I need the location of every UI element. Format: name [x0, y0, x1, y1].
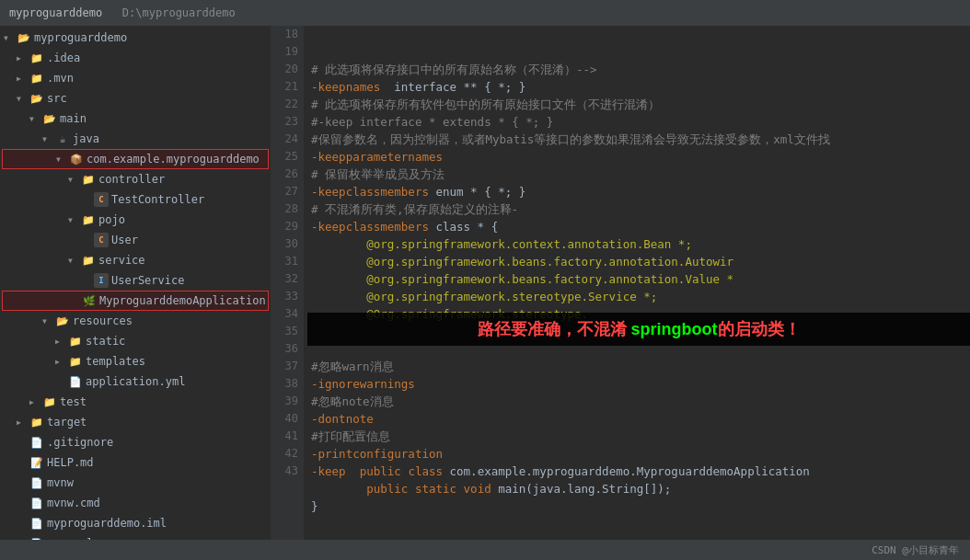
line-number: 20: [271, 61, 298, 78]
code-line: [311, 323, 970, 340]
item-label: TestController: [111, 193, 204, 206]
item-label: .idea: [47, 51, 80, 64]
sidebar-item-templates[interactable]: ▶📁templates: [0, 351, 271, 371]
item-label: java: [73, 132, 99, 145]
sidebar-item-java[interactable]: ▼☕java: [0, 129, 271, 149]
sidebar-item-mvnw[interactable]: 📄mvnw: [0, 473, 271, 493]
folder-open-icon: 📂: [55, 314, 70, 328]
code-line: @org.springframework.context.annotation.…: [311, 235, 970, 253]
arrow-icon: ▼: [4, 34, 15, 42]
sidebar-item-HELP-md[interactable]: 📝HELP.md: [0, 452, 271, 473]
sidebar-item-myproguarddemo-iml[interactable]: 📄myproguarddemo.iml: [0, 513, 271, 533]
project-name: myproguarddemo: [9, 6, 102, 19]
watermark: CSDN @小目标青年: [872, 543, 959, 557]
code-content[interactable]: # 此选项将保存接口中的所有原始名称（不混淆）-->-keepnames int…: [304, 26, 970, 540]
line-number: 26: [271, 166, 298, 183]
code-line: #忽略note消息: [311, 393, 970, 410]
line-number: 33: [271, 288, 298, 305]
item-label: application.yml: [86, 375, 185, 388]
sidebar-item-static[interactable]: ▶📁static: [0, 331, 271, 351]
sidebar-item-idea[interactable]: ▶📁.idea: [0, 48, 271, 68]
item-label: .gitignore: [47, 436, 113, 449]
code-area: 1819202122232425262728293031323334353637…: [271, 26, 970, 540]
sidebar-item-mvn[interactable]: ▶📁.mvn: [0, 68, 271, 88]
sidebar-item-UserService[interactable]: IUserService: [0, 270, 271, 291]
sidebar-item-TestController[interactable]: CTestController: [0, 189, 271, 210]
code-line: #保留参数名，因为控制器，或者Mybatis等接口的参数如果混淆会导致无法接受参…: [311, 131, 970, 148]
sidebar-item-controller[interactable]: ▼📁controller: [0, 169, 271, 189]
arrow-icon: ▼: [42, 317, 53, 326]
project-path: D:\myproguarddemo: [122, 6, 236, 19]
sidebar-item-MyproguarddemoApplication[interactable]: 🌿MyproguarddemoApplication: [2, 291, 269, 311]
code-line: # 保留枚举举成员及方法: [311, 166, 970, 183]
line-number: 29: [271, 218, 298, 235]
class-icon: C: [94, 192, 109, 207]
line-number: 31: [271, 253, 298, 270]
sidebar-item-test[interactable]: ▶📁test: [0, 392, 271, 412]
mvn-icon: 📄: [29, 475, 44, 490]
sidebar-item-User[interactable]: CUser: [0, 230, 271, 250]
line-number: 35: [271, 323, 298, 340]
spring-icon: 🌿: [82, 293, 97, 308]
folder-icon: 📁: [81, 172, 96, 187]
sidebar-item-gitignore[interactable]: 📄.gitignore: [0, 432, 271, 452]
folder-icon: 📁: [29, 71, 44, 86]
line-number: 24: [271, 131, 298, 148]
code-line: @org.springframework.beans.factory.annot…: [311, 270, 970, 288]
folder-icon: 📁: [68, 334, 83, 349]
item-label: target: [47, 416, 87, 429]
sidebar-item-pom-xml[interactable]: 📄pom.xml: [0, 533, 271, 540]
code-line: public static void main(java.lang.String…: [311, 480, 970, 497]
md-icon: 📝: [29, 455, 44, 470]
git-icon: 📄: [29, 435, 44, 450]
arrow-icon: ▶: [17, 54, 28, 63]
folder-open-icon: 📂: [29, 91, 44, 106]
sidebar-item-src[interactable]: ▼📂src: [0, 88, 271, 109]
xml-icon: 📄: [29, 516, 44, 531]
arrow-icon: ▶: [17, 74, 28, 83]
line-number: 21: [271, 78, 298, 96]
sidebar-item-application-yml[interactable]: 📄application.yml: [0, 371, 271, 392]
code-line: }: [311, 497, 970, 515]
line-number: 42: [271, 445, 298, 463]
arrow-icon: ▼: [56, 155, 67, 164]
line-number: 37: [271, 358, 298, 375]
sidebar-item-com-pkg[interactable]: ▼📦com.example.myproguarddemo: [2, 149, 269, 169]
code-line: # 此选项将保存所有软件包中的所有原始接口文件（不进行混淆）: [311, 96, 970, 113]
sidebar-item-mvnw-cmd[interactable]: 📄mvnw.cmd: [0, 493, 271, 513]
sidebar-item-pojo[interactable]: ▼📁pojo: [0, 210, 271, 230]
code-line: -dontnote: [311, 410, 970, 428]
yml-icon: 📄: [68, 374, 83, 389]
title-text: myproguarddemo D:\myproguarddemo: [9, 6, 236, 19]
line-number: 30: [271, 235, 298, 253]
code-line: #忽略warn消息: [311, 358, 970, 375]
file-tree[interactable]: ▼📂myproguarddemo▶📁.idea▶📁.mvn▼📂src▼📂main…: [0, 26, 271, 540]
code-line: #-keep interface * extends * { *; }: [311, 113, 970, 131]
arrow-icon: ▼: [29, 115, 40, 123]
sidebar-item-service[interactable]: ▼📁service: [0, 250, 271, 270]
code-line: -keep public class com.example.myproguar…: [311, 463, 970, 480]
sidebar-item-target[interactable]: ▶📁target: [0, 412, 271, 432]
code-line: -printconfiguration: [311, 445, 970, 463]
line-number: 28: [271, 200, 298, 218]
line-number: 39: [271, 393, 298, 410]
sidebar-item-root[interactable]: ▼📂myproguarddemo: [0, 28, 271, 48]
folder-open-icon: 📂: [42, 111, 57, 126]
arrow-icon: ▶: [55, 358, 66, 366]
folder-icon: 📁: [29, 51, 44, 65]
line-number: 27: [271, 183, 298, 200]
java-icon: ☕: [55, 131, 70, 146]
item-label: templates: [86, 355, 145, 368]
interface-icon: I: [94, 273, 109, 288]
item-label: static: [86, 335, 125, 348]
item-label: UserService: [111, 274, 184, 287]
item-label: main: [60, 112, 87, 125]
folder-icon: 📁: [42, 394, 57, 409]
sidebar-item-resources[interactable]: ▼📂resources: [0, 311, 271, 331]
folder-icon: 📁: [68, 354, 83, 369]
item-label: MyproguarddemoApplication: [99, 294, 266, 307]
line-number: 38: [271, 375, 298, 393]
code-line: #打印配置信息: [311, 428, 970, 445]
sidebar-item-main[interactable]: ▼📂main: [0, 109, 271, 129]
arrow-icon: ▼: [68, 176, 79, 184]
